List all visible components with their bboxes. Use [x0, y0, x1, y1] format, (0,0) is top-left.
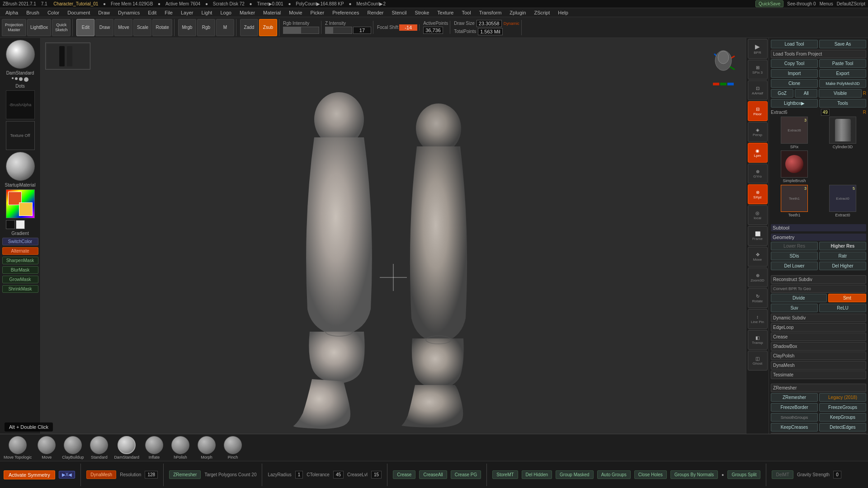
zremesher-section-button[interactable]: ZRemesher: [771, 384, 866, 392]
load-tools-project-button[interactable]: Load Tools From Project: [771, 50, 866, 58]
z-intensity-slider[interactable]: [325, 27, 352, 34]
store-mt-button[interactable]: StoreMT: [492, 470, 518, 479]
edge-loop-button[interactable]: EdgeLoop: [771, 323, 866, 332]
linepin-button[interactable]: ↕ Line Pin: [748, 309, 768, 329]
lightbox-tools-button[interactable]: Lightbox▶: [771, 99, 818, 108]
alternate-button[interactable]: Alternate: [2, 247, 38, 255]
ghost-button[interactable]: ◫ Ghost: [748, 351, 768, 371]
del-hidden-button[interactable]: Del Hidden: [522, 470, 552, 479]
persp-button[interactable]: ◈ Persp: [748, 122, 768, 142]
menu-movie[interactable]: Movie: [285, 9, 306, 16]
save-as-button[interactable]: Save As: [819, 40, 866, 48]
menu-file[interactable]: File: [161, 9, 176, 16]
menu-draw[interactable]: Draw: [94, 9, 113, 16]
tool-simple-brush[interactable]: SimpleBrush: [771, 150, 818, 183]
menu-color[interactable]: Color: [44, 9, 63, 16]
rotate-icon-button[interactable]: ↻ Rotate: [748, 288, 768, 308]
m-button[interactable]: M: [216, 19, 234, 36]
x-axis-button[interactable]: ▶X◀: [59, 471, 75, 479]
crease-pg-button[interactable]: Crease PG: [451, 470, 481, 479]
paste-tool-button[interactable]: Paste Tool: [819, 59, 866, 68]
material-ball[interactable]: [6, 152, 35, 181]
menu-picker[interactable]: Picker: [307, 9, 328, 16]
target-polygons-button[interactable]: Target Polygons Count 20: [771, 433, 866, 434]
menu-marker[interactable]: Marker: [236, 9, 259, 16]
clone-button[interactable]: Clone: [771, 79, 818, 88]
menu-dynamics[interactable]: Dynamics: [114, 9, 143, 16]
del-higher-button[interactable]: Del Higher: [819, 262, 866, 270]
dyna-mesh-status-button[interactable]: DynaMesh: [86, 470, 116, 479]
goz-visible-button[interactable]: Visible: [819, 89, 861, 98]
brush-preview[interactable]: [6, 40, 35, 69]
local2-button[interactable]: ◎ local: [748, 205, 768, 225]
relu-button[interactable]: ReLU: [819, 304, 866, 312]
groups-by-normals-button[interactable]: Groups By Normals: [670, 470, 718, 479]
tool-extract6[interactable]: Extract6 3 SPix: [771, 117, 818, 149]
keep-groups-button[interactable]: KeepGroups: [819, 413, 866, 422]
mrgb-button[interactable]: Mrgb: [178, 19, 196, 36]
load-tool-button[interactable]: Load Tool: [771, 40, 818, 48]
menu-brush[interactable]: Brush: [23, 9, 43, 16]
grow-mask-button[interactable]: GrowMask: [2, 276, 38, 283]
white-swatch[interactable]: [16, 220, 25, 229]
suv-button[interactable]: Suv: [771, 304, 818, 312]
freeze-groups-button[interactable]: FreezeGroups: [819, 403, 866, 412]
canvas-area[interactable]: [41, 38, 746, 434]
activate-symmetry-button[interactable]: Activate Symmetry: [4, 470, 55, 479]
gyro-button[interactable]: ⊕ GYro: [748, 164, 768, 183]
brush-dam-standard[interactable]: DamStandard: [114, 436, 139, 460]
crease-status-button[interactable]: Crease: [393, 470, 415, 479]
color-swatch[interactable]: [6, 189, 35, 218]
move-button[interactable]: Move: [114, 19, 132, 36]
higher-res-button[interactable]: Higher Res: [819, 242, 866, 250]
menu-render[interactable]: Render: [363, 9, 387, 16]
menu-layer[interactable]: Layer: [177, 9, 197, 16]
quick-save-button[interactable]: QuickSave: [755, 0, 783, 7]
menu-edit[interactable]: Edit: [144, 9, 160, 16]
export-button[interactable]: Export: [819, 69, 866, 78]
brush-clay-buildup[interactable]: ClayBuildup: [61, 436, 84, 460]
reconstruct-subdiv-button[interactable]: Reconstruct Subdiv: [771, 275, 866, 284]
del-mt-button[interactable]: DelMT: [772, 470, 793, 479]
convert-bpr-button[interactable]: Convert BPR To Geo: [771, 285, 866, 293]
menu-zscript[interactable]: ZScript: [530, 9, 553, 16]
menu-stroke[interactable]: Stroke: [411, 9, 433, 16]
divide-button[interactable]: Divide: [771, 294, 827, 302]
del-lower-button[interactable]: Del Lower: [771, 262, 818, 270]
dyna-mesh-button[interactable]: DynaMesh: [771, 361, 866, 370]
menu-tool[interactable]: Tool: [458, 9, 474, 16]
shrink-mask-button[interactable]: ShrinkMask: [2, 285, 38, 293]
tools-button[interactable]: Tools: [819, 99, 866, 108]
blur-mask-button[interactable]: BlurMask: [2, 266, 38, 274]
scale-button[interactable]: Scale: [133, 19, 151, 36]
menu-zplugin[interactable]: Zplugin: [506, 9, 529, 16]
orientation-widget[interactable]: [705, 45, 741, 81]
goz-button[interactable]: GoZ: [771, 89, 793, 98]
keep-creases-button[interactable]: KeepCreases: [771, 423, 818, 432]
menu-help[interactable]: Help: [554, 9, 572, 16]
black-swatch[interactable]: [6, 220, 15, 229]
crease-all-button[interactable]: CreaseAll: [419, 470, 447, 479]
projection-master-button[interactable]: Projection Master: [2, 19, 26, 36]
menu-stencil[interactable]: Stencil: [388, 9, 410, 16]
rgb-button[interactable]: Rgb: [197, 19, 215, 36]
draw-button[interactable]: Draw: [95, 19, 113, 36]
goz-all-button[interactable]: All: [795, 89, 817, 98]
legacy-2018-button[interactable]: Legacy (2018): [819, 393, 866, 402]
floor-button[interactable]: ⊟ Floor: [748, 101, 768, 121]
group-masked-button[interactable]: Group Masked: [556, 470, 594, 479]
tool-teeth1[interactable]: Teeth1 3 Teeth1: [771, 185, 818, 217]
sxyz-button[interactable]: ⊗ SXyz: [748, 184, 768, 204]
smt-button[interactable]: Smt: [828, 294, 866, 302]
menu-logo[interactable]: Logo: [217, 9, 235, 16]
make-polymesh-button[interactable]: Make PolyMesh3D: [819, 79, 866, 88]
dynamic-subdiv-button[interactable]: Dynamic Subdiv: [771, 314, 866, 322]
brush-move[interactable]: Move: [35, 436, 58, 460]
lower-res-button[interactable]: Lower Res: [771, 242, 818, 250]
zoom3d-button[interactable]: ⊕ Zoom3D: [748, 267, 768, 287]
texture-off[interactable]: Texture Off: [6, 121, 35, 150]
menu-light[interactable]: Light: [198, 9, 216, 16]
auto-groups-button[interactable]: Auto Groups: [597, 470, 631, 479]
quick-sketch-button[interactable]: Quick Sketch: [52, 19, 71, 36]
close-holes-button[interactable]: Close Holes: [634, 470, 667, 479]
